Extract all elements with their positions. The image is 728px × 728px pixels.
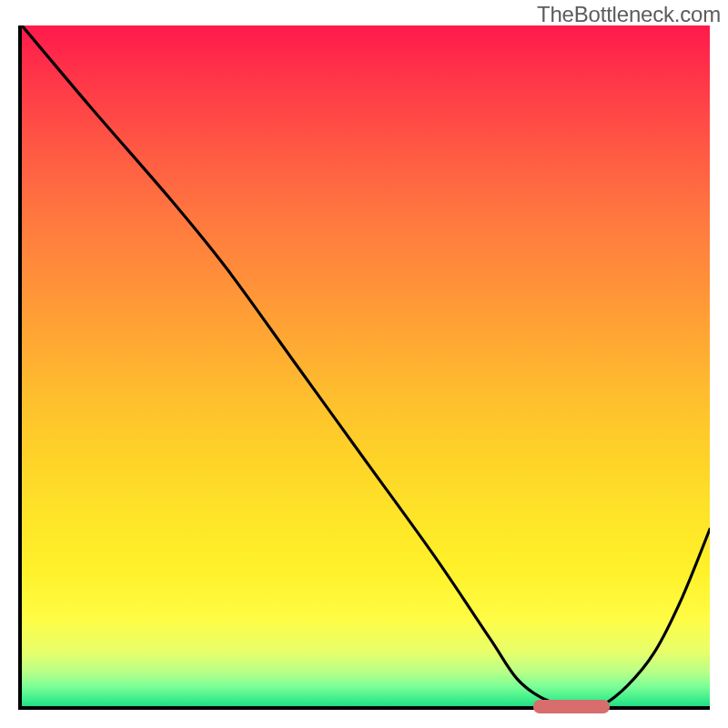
optimal-zone-marker [533, 700, 610, 713]
plot-area [18, 25, 710, 710]
chart-container: TheBottleneck.com [0, 0, 728, 728]
bottleneck-curve [22, 25, 710, 706]
watermark-text: TheBottleneck.com [537, 2, 721, 27]
curve-svg [22, 25, 710, 706]
